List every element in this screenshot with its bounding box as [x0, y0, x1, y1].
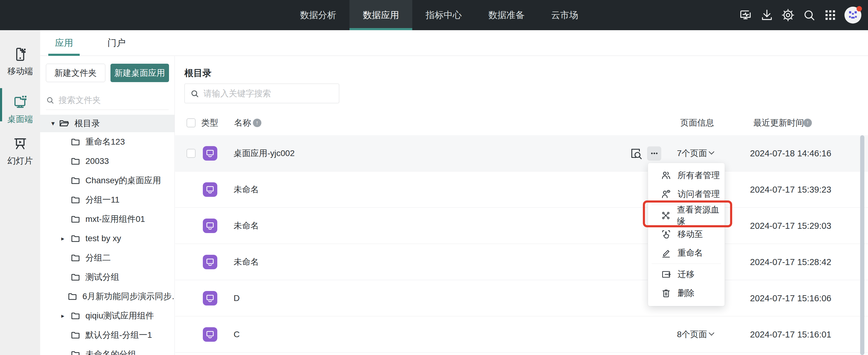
- folder-icon: [71, 350, 80, 355]
- select-all-checkbox[interactable]: [187, 118, 195, 127]
- desktop-app-type-icon: [203, 218, 217, 233]
- folder-icon: [71, 330, 80, 339]
- folder-panel: 新建文件夹 新建桌面应用 ▾ 根目录 ▸: [40, 56, 175, 355]
- rename-icon: [661, 248, 671, 258]
- mobile-icon: [13, 47, 28, 62]
- folder-icon: [71, 273, 80, 282]
- tree-folder-label: 测试分组: [85, 271, 119, 283]
- caret-right-icon[interactable]: ▸: [61, 235, 67, 242]
- table-row[interactable]: D 2024-07-17 15:16:06: [175, 280, 868, 316]
- rail-item-desktop[interactable]: 桌面端: [0, 94, 40, 125]
- user-avatar[interactable]: [844, 7, 861, 24]
- menu-item-rename[interactable]: 重命名: [648, 244, 725, 262]
- primary-nav-tab-label: 数据分析: [300, 9, 336, 22]
- tree-folder-item[interactable]: ▸ 测试分组: [40, 267, 175, 287]
- table-row[interactable]: 桌面应用-yjc002 7个页面 2024-07-18 14:46:16: [175, 135, 868, 172]
- migrate-icon: [661, 270, 671, 279]
- caret-down-icon[interactable]: ▾: [51, 120, 55, 127]
- lineage-icon: [661, 211, 670, 220]
- menu-item-label: 迁移: [678, 269, 694, 280]
- folder-search: [46, 91, 169, 110]
- folder-icon: [71, 215, 80, 224]
- rail-item-slides[interactable]: 幻灯片: [0, 137, 40, 167]
- more-actions-button[interactable]: [647, 146, 661, 160]
- menu-item-view-lineage[interactable]: 查看资源血缘: [648, 206, 725, 225]
- page-count-dropdown[interactable]: 8个页面: [677, 316, 713, 353]
- tree-folder-item[interactable]: ▸ 重命名123: [40, 132, 175, 151]
- tree-folder-label: 分组二: [85, 252, 111, 264]
- tree-folder-item[interactable]: ▸ 分组二: [40, 248, 175, 267]
- search-icon[interactable]: [802, 8, 816, 22]
- row-name: D: [234, 280, 240, 316]
- new-desktop-app-button[interactable]: 新建桌面应用: [111, 64, 169, 82]
- keyword-search-input[interactable]: [204, 89, 334, 98]
- folder-icon: [71, 157, 80, 166]
- tree-root-item[interactable]: ▾ 根目录: [40, 115, 175, 132]
- primary-nav-tab[interactable]: 指标中心: [412, 0, 475, 30]
- desktop-app-type-icon: [203, 146, 217, 160]
- delete-icon: [661, 288, 671, 298]
- apps-grid-icon[interactable]: [823, 8, 837, 22]
- tree-folder-label: qiqiu测试应用组件: [85, 310, 154, 322]
- tree-folder-item[interactable]: ▸ 6月新功能同步演示同步…: [40, 287, 175, 306]
- screen-activity-icon[interactable]: [739, 8, 753, 22]
- menu-item-owner-management[interactable]: 所有者管理: [648, 166, 725, 185]
- chevron-down-icon: [709, 149, 714, 154]
- updated-sort-button[interactable]: ↑: [803, 115, 812, 130]
- preview-icon[interactable]: [629, 146, 643, 160]
- tree-folder-item[interactable]: ▸ 默认分组-分组一1: [40, 325, 175, 345]
- table-row[interactable]: C 8个页面 2024-07-17 15:16:01: [175, 316, 868, 353]
- tree-folder-item[interactable]: ▸ mxt-应用组件01: [40, 209, 175, 229]
- content-tab[interactable]: 应用: [48, 30, 80, 56]
- tree-folder-label: 未命名的分组: [85, 349, 136, 355]
- primary-nav-tab[interactable]: 数据应用: [349, 0, 412, 30]
- primary-nav-tab[interactable]: 数据准备: [475, 0, 538, 30]
- menu-divider: [652, 264, 721, 264]
- folder-search-input[interactable]: [59, 95, 169, 105]
- name-sort-button[interactable]: ↑: [253, 115, 261, 130]
- primary-nav-tab-label: 指标中心: [426, 9, 462, 22]
- row-updated-time: 2024-07-17 15:39:23: [750, 172, 831, 208]
- tree-folder-item[interactable]: ▸ 分组一11: [40, 190, 175, 209]
- folder-icon: [71, 253, 80, 262]
- menu-item-label: 重命名: [678, 247, 703, 259]
- settings-gear-icon[interactable]: [781, 8, 795, 22]
- menu-item-visitor-management[interactable]: 访问者管理: [648, 185, 725, 204]
- content-tab-label: 门户: [107, 37, 126, 49]
- table-row[interactable]: 未命名 2024-07-17 15:39:23: [175, 172, 868, 208]
- row-updated-time: 2024-07-17 15:29:03: [750, 208, 831, 244]
- row-checkbox[interactable]: [187, 149, 195, 158]
- top-navbar: 数据分析 数据应用 指标中心 数据准备 云市场: [0, 0, 868, 30]
- desktop-app-type-icon: [203, 327, 217, 342]
- tree-folder-item[interactable]: ▸ qiqiu测试应用组件: [40, 306, 175, 325]
- rail-item-mobile[interactable]: 移动端: [0, 47, 40, 77]
- navbar-actions: [739, 0, 861, 30]
- caret-right-icon[interactable]: ▸: [61, 312, 67, 319]
- column-updated: 最近更新时间: [753, 115, 804, 130]
- primary-nav-tab[interactable]: 云市场: [538, 0, 592, 30]
- row-context-menu: 所有者管理 访问者管理 查看资源血缘 移动至 重命名: [648, 163, 725, 306]
- notification-dot: [857, 6, 862, 11]
- new-folder-button[interactable]: 新建文件夹: [46, 64, 105, 82]
- menu-item-migrate[interactable]: 迁移: [648, 265, 725, 284]
- table-row[interactable]: 未命名 2024-07-17 15:28:42: [175, 244, 868, 280]
- tree-folder-item[interactable]: ▸ Chansey的桌面应用: [40, 171, 175, 190]
- tree-folder-item[interactable]: ▸ 20033: [40, 151, 175, 171]
- table-row[interactable]: 未命名 2024-07-17 15:29:03: [175, 208, 868, 244]
- download-icon[interactable]: [760, 8, 774, 22]
- tree-folder-item[interactable]: ▸ test by xy: [40, 229, 175, 248]
- tree-folder-item[interactable]: ▸ 未命名的分组: [40, 345, 175, 355]
- open-folder-icon: [59, 118, 69, 128]
- menu-item-move-to[interactable]: 移动至: [648, 225, 725, 244]
- page-title: 根目录: [184, 67, 212, 79]
- content-tab[interactable]: 门户: [101, 30, 132, 56]
- primary-nav-tabs: 数据分析 数据应用 指标中心 数据准备 云市场: [287, 0, 592, 30]
- menu-item-delete[interactable]: 删除: [648, 284, 725, 302]
- chevron-down-icon: [709, 330, 714, 335]
- vertical-scrollbar[interactable]: [860, 135, 864, 355]
- tree-folder-label: mxt-应用组件01: [85, 213, 145, 225]
- primary-nav-tab[interactable]: 数据分析: [287, 0, 349, 30]
- desktop-icon: [12, 94, 28, 110]
- select-all-checkbox-cell: [187, 115, 195, 130]
- main-area: 根目录 类型 名称 ↑ 页面信息 最近更新时间 ↑ 桌面应用-yjc002: [175, 56, 868, 355]
